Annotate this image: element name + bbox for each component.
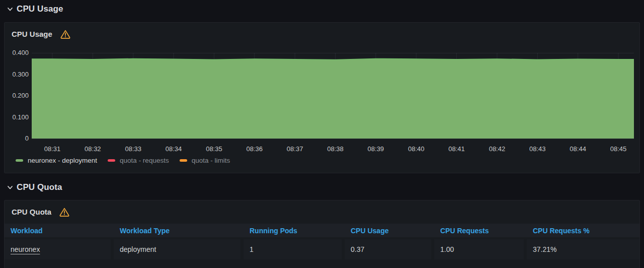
column-header[interactable]: Running Pods — [244, 227, 342, 235]
series-area — [32, 58, 634, 139]
chart-legend: neuronex - deploymentquota - requestsquo… — [16, 157, 230, 164]
table-cell: 1 — [244, 239, 342, 259]
x-axis-tick-label: 08:39 — [368, 145, 384, 153]
chevron-down-icon — [7, 6, 14, 13]
section-title: CPU Usage — [17, 4, 63, 14]
x-axis-tick-label: 08:42 — [489, 145, 506, 153]
dashboard: CPU Usage CPU Usage 00.1000.2000.3000.40… — [0, 0, 644, 268]
warning-triangle-icon[interactable] — [60, 29, 70, 39]
y-axis-tick-label: 0.300 — [5, 71, 29, 79]
x-axis-tick-label: 08:34 — [166, 145, 182, 153]
legend-item[interactable]: quota - limits — [180, 157, 230, 164]
table-cell: 0.37 — [345, 239, 431, 259]
x-axis-tick-label: 08:37 — [287, 145, 303, 153]
x-axis-tick-label: 08:31 — [44, 145, 61, 153]
y-axis-tick-label: 0.100 — [5, 113, 29, 121]
legend-item[interactable]: neuronex - deployment — [16, 157, 97, 164]
column-header[interactable]: Workload Type — [114, 227, 240, 235]
cpu-usage-panel-header[interactable]: CPU Usage — [12, 28, 70, 40]
table-cell: deployment — [114, 239, 240, 259]
cpu-quota-table: WorkloadWorkload TypeRunning PodsCPU Usa… — [5, 224, 639, 259]
table-body: neuronexdeployment10.371.0037.21% — [5, 239, 639, 259]
panel-title: CPU Usage — [12, 30, 52, 38]
column-header[interactable]: CPU Requests — [434, 227, 524, 235]
y-axis-tick-label: 0.400 — [5, 49, 29, 57]
legend-swatch-icon — [180, 159, 187, 162]
warning-triangle-icon[interactable] — [59, 207, 69, 217]
column-header[interactable]: CPU Usage — [345, 227, 431, 235]
table-header-row: WorkloadWorkload TypeRunning PodsCPU Usa… — [5, 224, 639, 237]
legend-label: neuronex - deployment — [28, 157, 97, 164]
x-axis-tick-label: 08:44 — [570, 145, 586, 153]
column-header[interactable]: Workload — [5, 227, 111, 235]
legend-label: quota - limits — [192, 157, 230, 164]
x-axis-tick-label: 08:35 — [206, 145, 222, 153]
chevron-down-icon — [7, 184, 14, 191]
x-axis-tick-label: 08:36 — [247, 145, 263, 153]
x-axis-tick-label: 08:40 — [408, 145, 425, 153]
section-row-cpu-quota[interactable]: CPU Quota — [0, 178, 644, 196]
x-axis-tick-label: 08:32 — [85, 145, 101, 153]
legend-swatch-icon — [16, 159, 23, 162]
section-title: CPU Quota — [17, 182, 62, 192]
legend-item[interactable]: quota - requests — [108, 157, 169, 164]
table-cell: 37.21% — [527, 239, 639, 259]
cpu-quota-panel: CPU Quota WorkloadWorkload TypeRunning P… — [4, 200, 640, 268]
x-axis-tick-label: 08:43 — [529, 145, 546, 153]
x-axis-tick-label: 08:33 — [125, 145, 141, 153]
legend-label: quota - requests — [120, 157, 169, 164]
legend-swatch-icon — [108, 159, 115, 162]
cpu-quota-panel-header[interactable]: CPU Quota — [12, 206, 69, 218]
y-axis-tick-label: 0 — [5, 135, 29, 143]
cpu-usage-panel: CPU Usage 00.1000.2000.3000.400 08:3108:… — [4, 22, 640, 173]
table-cell: 1.00 — [434, 239, 524, 259]
panel-title: CPU Quota — [12, 208, 51, 216]
x-axis-tick-label: 08:41 — [448, 145, 465, 153]
x-axis-tick-label: 08:38 — [327, 145, 344, 153]
y-axis-tick-label: 0.200 — [5, 92, 29, 100]
column-header[interactable]: CPU Requests % — [527, 227, 639, 235]
table-cell-workload-link[interactable]: neuronex — [5, 239, 111, 259]
cpu-usage-chart[interactable] — [32, 53, 634, 139]
table-row: neuronexdeployment10.371.0037.21% — [5, 239, 639, 259]
section-row-cpu-usage[interactable]: CPU Usage — [0, 0, 644, 18]
x-axis-tick-label: 08:45 — [610, 145, 627, 153]
